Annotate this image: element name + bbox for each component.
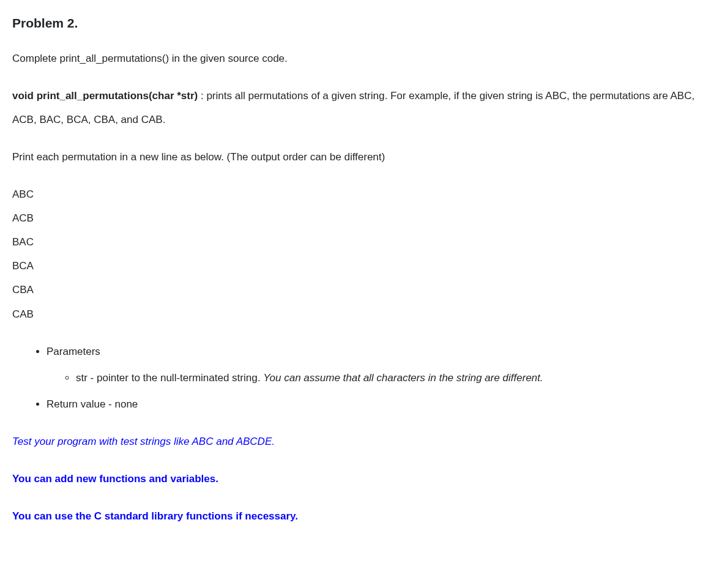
param-str-prefix: str - pointer to the null-terminated str… [76,372,263,384]
func-signature: void print_all_permutations(char *str) [12,90,198,102]
output-line: CBA [12,278,704,302]
params-sublist: str - pointer to the null-terminated str… [47,366,704,390]
test-note: Test your program with test strings like… [12,430,704,453]
output-instruction: Print each permutation in a new line as … [12,145,704,169]
param-str-assumption: You can assume that all characters in th… [263,372,543,384]
return-item: Return value - none [47,392,704,416]
output-line: BCA [12,254,704,278]
intro-text: Complete print_all_permutations() in the… [12,47,704,70]
func-paragraph: void print_all_permutations(char *str) :… [12,84,704,132]
problem-heading: Problem 2. [12,12,704,34]
problem-content: Problem 2. Complete print_all_permutatio… [12,12,704,528]
param-str-item: str - pointer to the null-terminated str… [76,366,704,390]
output-line: ACB [12,206,704,230]
output-line: CAB [12,302,704,326]
output-sample: ABC ACB BAC BCA CBA CAB [12,182,704,326]
params-list: Parameters str - pointer to the null-ter… [12,340,704,416]
params-item: Parameters str - pointer to the null-ter… [47,340,704,390]
output-line: BAC [12,230,704,254]
add-functions-note: You can add new functions and variables. [12,467,704,491]
stdlib-note: You can use the C standard library funct… [12,504,704,528]
params-label: Parameters [47,346,100,357]
output-line: ABC [12,182,704,206]
